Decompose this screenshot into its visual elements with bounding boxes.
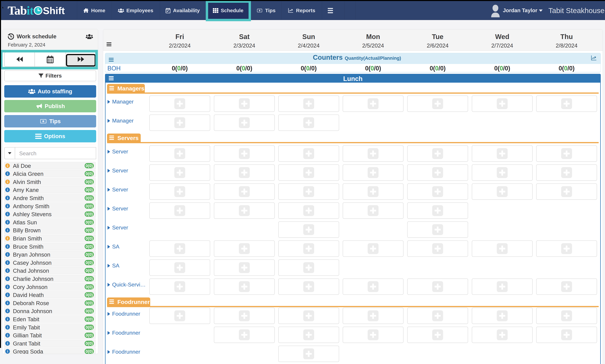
svg-text:0: 0 [43,121,44,122]
svg-text:0: 0 [260,10,260,11]
